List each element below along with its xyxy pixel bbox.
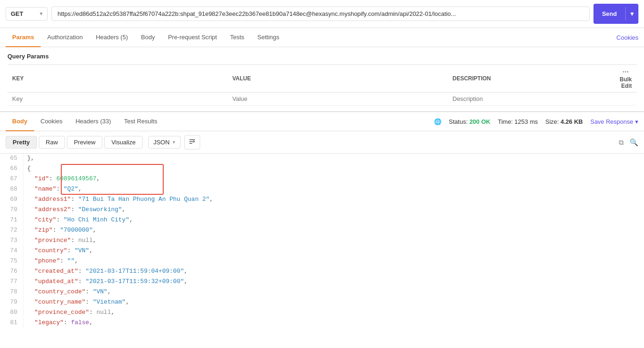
key-input[interactable] [12,95,223,102]
line-content: { [27,164,31,174]
view-visualize-button[interactable]: Visualize [104,136,143,149]
globe-icon: 🌐 [434,118,441,125]
bulk-edit-button[interactable]: Bulk Edit [620,76,632,89]
json-line: 65}, [0,154,644,164]
line-content: "city": "Ho Chi Minh City", [27,215,133,226]
value-input[interactable] [232,95,443,102]
tab-pre-request[interactable]: Pre-request Script [161,28,224,47]
line-content: "legacy": false, [27,318,93,328]
col-desc: DESCRIPTION [448,65,605,92]
line-content: "updated_at": "2021-03-17T11:59:32+09:00… [27,277,188,287]
col-actions: ··· Bulk Edit [605,65,637,92]
line-number: 77 [0,277,23,287]
response-status-bar: 🌐 Status: 200 OK Time: 1253 ms Size: 4.2… [434,118,638,125]
line-number: 79 [0,298,23,308]
line-number: 74 [0,246,23,256]
line-number: 67 [0,174,23,185]
line-content: "country_name": "Vietnam", [27,298,129,308]
line-number: 78 [0,287,23,298]
line-content: "province": null, [27,236,96,246]
cookies-link[interactable]: Cookies [616,28,638,47]
resp-tab-body[interactable]: Body [6,112,34,131]
json-line: 77 "updated_at": "2021-03-17T11:59:32+09… [0,277,644,287]
method-select[interactable]: GET ▾ [6,7,48,21]
line-content: "address1": "71 Bui Ta Han Phuong An Phu… [27,195,213,205]
resp-body-icons: ⧉ 🔍 [619,138,638,147]
desc-input[interactable] [453,95,601,102]
more-options-icon[interactable]: ··· [622,68,629,76]
json-line: 68 "name": "Q2", [0,185,644,195]
query-params-title: Query Params [7,53,637,60]
json-line: 71 "city": "Ho Chi Minh City", [0,215,644,226]
line-number: 81 [0,318,23,328]
json-line: 76 "created_at": "2021-03-17T11:59:04+09… [0,267,644,277]
tab-params[interactable]: Params [6,28,41,47]
copy-icon[interactable]: ⧉ [619,138,624,147]
json-line: 72 "zip": "7000000", [0,226,644,236]
json-line: 80 "province_code": null, [0,308,644,318]
save-response-button[interactable]: Save Response ▾ [590,118,638,125]
status-value: 200 OK [470,118,491,125]
time-value: 1253 ms [514,118,538,125]
json-area[interactable]: 65},66{67 "id": 60896149567,68 "name": "… [0,154,644,336]
view-raw-button[interactable]: Raw [39,136,65,149]
line-content: "id": 60896149567, [27,174,100,185]
resp-tab-test-results[interactable]: Test Results [117,112,164,131]
response-section: Body Cookies Headers (33) Test Results 🌐… [0,111,644,336]
top-bar: GET ▾ Send ▾ [0,0,644,28]
tab-authorization[interactable]: Authorization [41,28,89,47]
line-content: "zip": "7000000", [27,226,96,236]
response-tabs-bar: Body Cookies Headers (33) Test Results 🌐… [0,112,644,131]
url-input[interactable] [51,7,590,21]
method-arrow: ▾ [40,11,43,17]
resp-tab-cookies[interactable]: Cookies [34,112,69,131]
col-value: VALUE [228,65,448,92]
view-pretty-button[interactable]: Pretty [6,136,37,149]
json-line: 74 "country": "VN", [0,246,644,256]
query-params-section: Query Params KEY VALUE DESCRIPTION ··· B… [0,47,644,111]
line-content: "address2": "Desworking", [27,205,126,215]
param-row-empty [7,92,637,106]
search-icon[interactable]: 🔍 [630,138,638,147]
line-number: 71 [0,215,23,226]
send-label: Send [593,7,625,21]
line-content: "country_code": "VN", [27,287,111,298]
json-line: 66{ [0,164,644,174]
size-label: Size: 4.26 KB [545,118,583,125]
wrap-icon [188,138,196,145]
line-number: 72 [0,226,23,236]
line-content: "phone": "", [27,256,78,267]
line-content: "country": "VN", [27,246,93,256]
line-number: 65 [0,154,23,164]
line-number: 76 [0,267,23,277]
tab-headers[interactable]: Headers (5) [89,28,135,47]
line-number: 73 [0,236,23,246]
json-line: 81 "legacy": false, [0,318,644,328]
resp-tab-headers[interactable]: Headers (33) [69,112,117,131]
line-content: }, [27,154,35,164]
response-body-toolbar: Pretty Raw Preview Visualize JSON ▾ ⧉ 🔍 [0,131,644,154]
tab-body[interactable]: Body [135,28,162,47]
view-preview-button[interactable]: Preview [67,136,102,149]
json-line: 70 "address2": "Desworking", [0,205,644,215]
line-content: "name": "Q2", [27,185,82,195]
line-content: "created_at": "2021-03-17T11:59:04+09:00… [27,267,188,277]
wrap-button[interactable] [184,135,200,149]
format-select[interactable]: JSON ▾ [148,136,181,149]
json-line: 78 "country_code": "VN", [0,287,644,298]
line-number: 80 [0,308,23,318]
send-arrow: ▾ [625,7,638,21]
params-table: KEY VALUE DESCRIPTION ··· Bulk Edit [7,64,637,106]
json-line: 69 "address1": "71 Bui Ta Han Phuong An … [0,195,644,205]
json-line: 73 "province": null, [0,236,644,246]
json-line: 79 "country_name": "Vietnam", [0,298,644,308]
method-label: GET [11,10,23,17]
line-number: 66 [0,164,23,174]
tab-settings[interactable]: Settings [251,28,286,47]
tab-tests[interactable]: Tests [224,28,251,47]
line-number: 68 [0,185,23,195]
send-button[interactable]: Send ▾ [593,4,638,24]
time-label: Time: 1253 ms [498,118,538,125]
json-line: 75 "phone": "", [0,256,644,267]
line-content: "province_code": null, [27,308,115,318]
